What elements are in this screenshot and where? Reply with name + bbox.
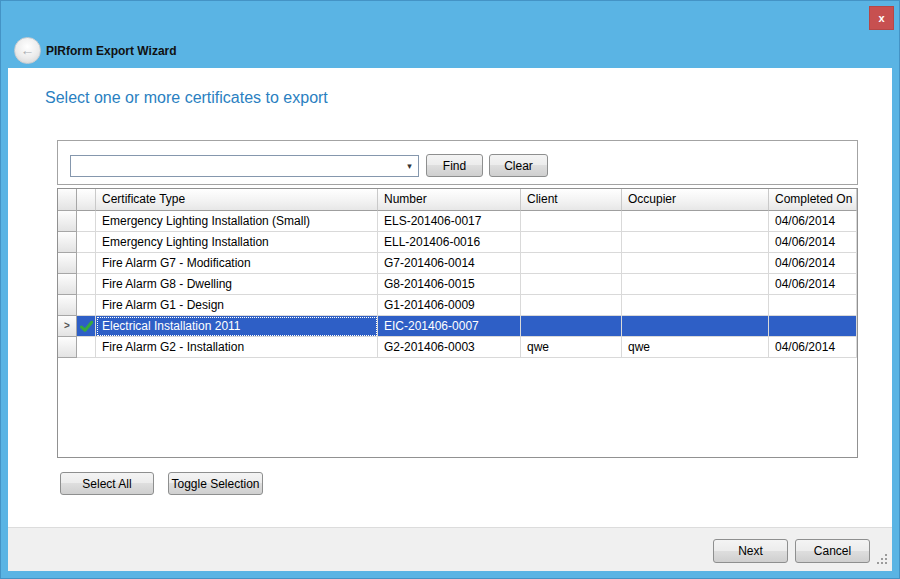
search-panel: ▾ Find Clear — [57, 140, 858, 185]
cell-completed-on[interactable] — [769, 316, 857, 337]
check-column-header — [77, 189, 96, 211]
row-check-cell[interactable] — [77, 274, 96, 295]
cell-client[interactable] — [521, 274, 622, 295]
certificates-grid: Certificate TypeNumberClientOccupierComp… — [57, 188, 858, 458]
cell-number[interactable]: G2-201406-0003 — [378, 337, 521, 358]
row-check-cell[interactable] — [77, 316, 96, 337]
back-arrow-icon: ← — [21, 42, 35, 58]
cell-number[interactable]: EIC-201406-0007 — [378, 316, 521, 337]
cell-occupier[interactable]: qwe — [622, 337, 769, 358]
cell-occupier[interactable] — [622, 232, 769, 253]
row-check-cell[interactable] — [77, 232, 96, 253]
cell-occupier[interactable] — [622, 274, 769, 295]
row-header-cell[interactable] — [58, 337, 77, 358]
grid-body: Emergency Lighting Installation (Small)E… — [58, 211, 857, 358]
cell-number[interactable]: G8-201406-0015 — [378, 274, 521, 295]
close-button[interactable]: x — [869, 6, 894, 30]
cell-occupier[interactable] — [622, 295, 769, 316]
cell-certificate-type[interactable]: Emergency Lighting Installation (Small) — [96, 211, 378, 232]
footer-bar: Next Cancel — [8, 527, 892, 571]
table-row[interactable]: Emergency Lighting Installation (Small)E… — [58, 211, 857, 232]
row-header-cell[interactable] — [58, 253, 77, 274]
window-title: PIRform Export Wizard — [46, 44, 177, 58]
row-header-cell[interactable] — [58, 274, 77, 295]
select-all-button[interactable]: Select All — [60, 472, 154, 495]
column-header-occupier[interactable]: Occupier — [622, 189, 769, 211]
current-row-indicator: > — [58, 316, 76, 336]
row-header-cell[interactable] — [58, 232, 77, 253]
cell-client[interactable] — [521, 232, 622, 253]
cell-occupier[interactable] — [622, 211, 769, 232]
row-check-cell[interactable] — [77, 211, 96, 232]
titlebar: ← PIRform Export Wizard x — [0, 0, 900, 68]
cell-completed-on[interactable]: 04/06/2014 — [769, 274, 857, 295]
row-check-cell[interactable] — [77, 295, 96, 316]
row-check-cell[interactable] — [77, 337, 96, 358]
resize-grip[interactable] — [877, 554, 879, 556]
next-button[interactable]: Next — [713, 539, 788, 563]
check-icon — [79, 319, 94, 334]
cell-occupier[interactable] — [622, 316, 769, 337]
cancel-button[interactable]: Cancel — [795, 539, 870, 563]
find-button[interactable]: Find — [426, 154, 483, 177]
cell-certificate-type[interactable]: Fire Alarm G8 - Dwelling — [96, 274, 378, 295]
table-row[interactable]: Fire Alarm G1 - DesignG1-201406-0009 — [58, 295, 857, 316]
cell-number[interactable]: G7-201406-0014 — [378, 253, 521, 274]
grid-header-row: Certificate TypeNumberClientOccupierComp… — [58, 189, 857, 211]
column-header-number[interactable]: Number — [378, 189, 521, 211]
cell-certificate-type[interactable]: Emergency Lighting Installation — [96, 232, 378, 253]
cell-client[interactable]: qwe — [521, 337, 622, 358]
chevron-down-icon[interactable]: ▾ — [401, 161, 418, 171]
cell-completed-on[interactable] — [769, 295, 857, 316]
cell-completed-on[interactable]: 04/06/2014 — [769, 232, 857, 253]
table-row[interactable]: Fire Alarm G7 - ModificationG7-201406-00… — [58, 253, 857, 274]
table-row[interactable]: Emergency Lighting InstallationELL-20140… — [58, 232, 857, 253]
column-header-certificate-type[interactable]: Certificate Type — [96, 189, 378, 211]
close-icon: x — [878, 12, 884, 24]
page-title: Select one or more certificates to expor… — [45, 89, 328, 107]
row-header-corner — [58, 189, 77, 211]
column-header-client[interactable]: Client — [521, 189, 622, 211]
table-row[interactable]: >Electrical Installation 2011EIC-201406-… — [58, 316, 857, 337]
back-button[interactable]: ← — [14, 37, 41, 64]
content-panel: Select one or more certificates to expor… — [8, 68, 892, 527]
row-header-cell[interactable]: > — [58, 316, 77, 337]
search-combobox[interactable]: ▾ — [70, 155, 419, 177]
cell-certificate-type[interactable]: Fire Alarm G7 - Modification — [96, 253, 378, 274]
table-row[interactable]: Fire Alarm G8 - DwellingG8-201406-001504… — [58, 274, 857, 295]
cell-client[interactable] — [521, 295, 622, 316]
row-header-cell[interactable] — [58, 211, 77, 232]
row-header-cell[interactable] — [58, 295, 77, 316]
cell-completed-on[interactable]: 04/06/2014 — [769, 253, 857, 274]
cell-number[interactable]: ELL-201406-0016 — [378, 232, 521, 253]
cell-completed-on[interactable]: 04/06/2014 — [769, 211, 857, 232]
cell-occupier[interactable] — [622, 253, 769, 274]
column-header-completed-on[interactable]: Completed On — [769, 189, 857, 211]
export-wizard-window: { "window": { "title": "PIRform Export W… — [0, 0, 900, 579]
cell-client[interactable] — [521, 253, 622, 274]
toggle-selection-button[interactable]: Toggle Selection — [168, 472, 263, 495]
table-row[interactable]: Fire Alarm G2 - InstallationG2-201406-00… — [58, 337, 857, 358]
cell-client[interactable] — [521, 316, 622, 337]
cell-completed-on[interactable]: 04/06/2014 — [769, 337, 857, 358]
cell-number[interactable]: ELS-201406-0017 — [378, 211, 521, 232]
cell-client[interactable] — [521, 211, 622, 232]
cell-certificate-type[interactable]: Electrical Installation 2011 — [96, 316, 378, 337]
cell-certificate-type[interactable]: Fire Alarm G2 - Installation — [96, 337, 378, 358]
cell-certificate-type[interactable]: Fire Alarm G1 - Design — [96, 295, 378, 316]
clear-button[interactable]: Clear — [489, 154, 548, 177]
cell-number[interactable]: G1-201406-0009 — [378, 295, 521, 316]
row-check-cell[interactable] — [77, 253, 96, 274]
